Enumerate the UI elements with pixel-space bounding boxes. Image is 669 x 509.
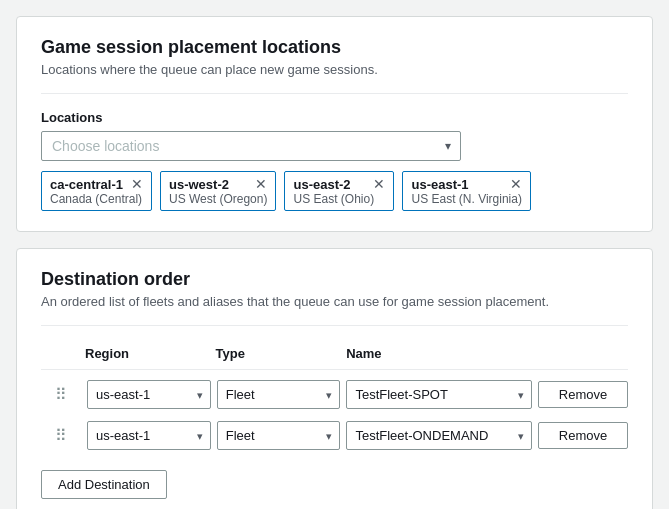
- destination-table-header: Region Type Name: [41, 342, 628, 370]
- name-select-wrapper-1: TestFleet-SPOT TestFleet-ONDEMAND: [346, 380, 532, 409]
- tag-close-ca-central-1[interactable]: ✕: [131, 176, 143, 192]
- tag-header-us-east-1: us-east-1 ✕: [411, 176, 521, 192]
- tag-name-us-east-1: us-east-1: [411, 177, 468, 192]
- destination-row-2: ⠿ us-east-1 us-east-2 us-west-2 ca-centr…: [41, 415, 628, 456]
- tag-region-us-east-1: US East (N. Virginia): [411, 192, 521, 206]
- add-destination-button[interactable]: Add Destination: [41, 470, 167, 499]
- placement-title: Game session placement locations: [41, 37, 628, 58]
- location-tags: ca-central-1 ✕ Canada (Central) us-west-…: [41, 171, 628, 211]
- drag-handle-1[interactable]: ⠿: [41, 385, 81, 404]
- header-name: Name: [342, 346, 538, 361]
- placement-divider: [41, 93, 628, 94]
- region-select-wrapper-2: us-east-1 us-east-2 us-west-2 ca-central…: [87, 421, 211, 450]
- tag-header-us-west-2: us-west-2 ✕: [169, 176, 267, 192]
- name-select-1[interactable]: TestFleet-SPOT TestFleet-ONDEMAND: [346, 380, 532, 409]
- tag-us-west-2: us-west-2 ✕ US West (Oregon): [160, 171, 276, 211]
- region-select-1[interactable]: us-east-1 us-east-2 us-west-2 ca-central…: [87, 380, 211, 409]
- tag-region-us-east-2: US East (Ohio): [293, 192, 385, 206]
- header-actions: [538, 346, 628, 361]
- tag-close-us-east-2[interactable]: ✕: [373, 176, 385, 192]
- tag-ca-central-1: ca-central-1 ✕ Canada (Central): [41, 171, 152, 211]
- tag-name-us-west-2: us-west-2: [169, 177, 229, 192]
- locations-select-wrapper: Choose locations ▾: [41, 131, 461, 161]
- name-select-wrapper-2: TestFleet-ONDEMAND TestFleet-SPOT: [346, 421, 532, 450]
- type-select-wrapper-2: Fleet Alias: [217, 421, 341, 450]
- region-select-wrapper-1: us-east-1 us-east-2 us-west-2 ca-central…: [87, 380, 211, 409]
- tag-close-us-east-1[interactable]: ✕: [510, 176, 522, 192]
- destination-divider: [41, 325, 628, 326]
- destination-title: Destination order: [41, 269, 628, 290]
- tag-name-ca-central-1: ca-central-1: [50, 177, 123, 192]
- destination-description: An ordered list of fleets and aliases th…: [41, 294, 628, 309]
- tag-region-us-west-2: US West (Oregon): [169, 192, 267, 206]
- name-select-2[interactable]: TestFleet-ONDEMAND TestFleet-SPOT: [346, 421, 532, 450]
- locations-label: Locations: [41, 110, 461, 125]
- type-select-wrapper-1: Fleet Alias: [217, 380, 341, 409]
- type-select-2[interactable]: Fleet Alias: [217, 421, 341, 450]
- destination-order-card: Destination order An ordered list of fle…: [16, 248, 653, 509]
- tag-header-us-east-2: us-east-2 ✕: [293, 176, 385, 192]
- placement-description: Locations where the queue can place new …: [41, 62, 628, 77]
- locations-field: Locations Choose locations ▾: [41, 110, 461, 161]
- tag-region-ca-central-1: Canada (Central): [50, 192, 143, 206]
- game-session-placement-card: Game session placement locations Locatio…: [16, 16, 653, 232]
- tag-us-east-1: us-east-1 ✕ US East (N. Virginia): [402, 171, 530, 211]
- type-select-1[interactable]: Fleet Alias: [217, 380, 341, 409]
- tag-header-ca-central-1: ca-central-1 ✕: [50, 176, 143, 192]
- tag-close-us-west-2[interactable]: ✕: [255, 176, 267, 192]
- header-type: Type: [212, 346, 343, 361]
- destination-row-1: ⠿ us-east-1 us-east-2 us-west-2 ca-centr…: [41, 374, 628, 415]
- remove-button-1[interactable]: Remove: [538, 381, 628, 408]
- tag-name-us-east-2: us-east-2: [293, 177, 350, 192]
- tag-us-east-2: us-east-2 ✕ US East (Ohio): [284, 171, 394, 211]
- header-drag: [41, 346, 81, 361]
- header-region: Region: [81, 346, 212, 361]
- region-select-2[interactable]: us-east-1 us-east-2 us-west-2 ca-central…: [87, 421, 211, 450]
- remove-button-2[interactable]: Remove: [538, 422, 628, 449]
- drag-handle-2[interactable]: ⠿: [41, 426, 81, 445]
- locations-select[interactable]: Choose locations: [41, 131, 461, 161]
